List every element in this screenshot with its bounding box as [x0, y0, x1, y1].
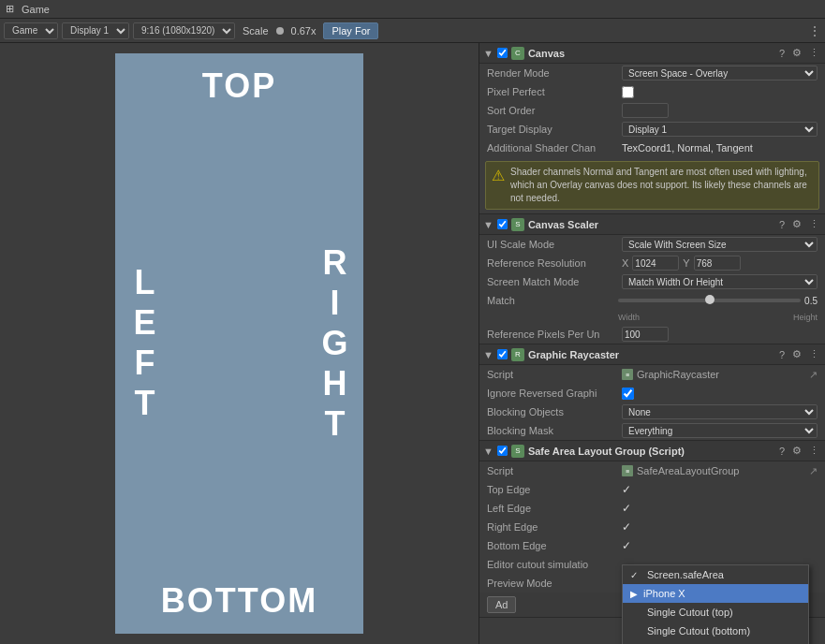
- canvas-scaler-help-button[interactable]: ?: [777, 219, 787, 230]
- canvas-section: ▼ C Canvas ? ⚙ ⋮ Render Mode Screen Spac…: [479, 43, 825, 214]
- dropdown-item-iphone-x[interactable]: ▶ iPhone X: [623, 584, 808, 603]
- display-select[interactable]: Display 1: [62, 22, 129, 39]
- iphone-x-cursor-icon: ▶: [630, 589, 638, 599]
- preview-mode-label: Preview Mode: [487, 578, 618, 589]
- resolution-x-input[interactable]: [632, 256, 679, 271]
- top-edge-check: ✓: [622, 483, 631, 496]
- canvas-more-button[interactable]: ⋮: [807, 47, 821, 59]
- canvas-expand-icon: ▼: [483, 48, 494, 59]
- raycaster-script-icon: ≡: [622, 369, 633, 380]
- canvas-scaler-checkbox[interactable]: [497, 219, 508, 229]
- blocking-mask-select[interactable]: Everything: [622, 423, 818, 438]
- canvas-enable-checkbox[interactable]: [497, 48, 508, 58]
- screen-match-mode-select[interactable]: Match Width Or Height: [622, 274, 818, 289]
- raycaster-script-link-icon[interactable]: ↗: [809, 369, 818, 381]
- screen-safe-area-label: Screen.safeArea: [647, 569, 724, 580]
- game-label-left: LEFT: [125, 263, 164, 424]
- toolbar: Game Display 1 9:16 (1080x1920) Scale 0.…: [0, 19, 825, 43]
- top-edge-row: Top Edge ✓: [479, 480, 825, 499]
- right-edge-row: Right Edge ✓: [479, 518, 825, 536]
- single-cutout-bottom-label: Single Cutout (bottom): [647, 625, 750, 637]
- safe-area-script-link-icon[interactable]: ↗: [809, 465, 818, 477]
- shader-warning-text: Shader channels Normal and Tangent are m…: [510, 166, 813, 205]
- safe-area-settings-button[interactable]: ⚙: [790, 445, 803, 457]
- resolution-select[interactable]: 9:16 (1080x1920): [133, 22, 235, 39]
- game-select[interactable]: Game: [4, 22, 58, 39]
- screen-match-mode-label: Screen Match Mode: [487, 276, 618, 287]
- target-display-row: Target Display Display 1: [479, 120, 825, 139]
- additional-shader-label: Additional Shader Chan: [487, 142, 618, 154]
- render-mode-select[interactable]: Screen Space - Overlay: [622, 66, 818, 80]
- additional-shader-row: Additional Shader Chan TexCoord1, Normal…: [479, 139, 825, 157]
- sort-order-row: Sort Order 0: [479, 101, 825, 120]
- match-slider[interactable]: [618, 299, 801, 302]
- safe-area-section: ▼ S Safe Area Layout Group (Script) ? ⚙ …: [479, 441, 825, 618]
- dropdown-item-single-cutout-top[interactable]: Single Cutout (top): [623, 603, 808, 622]
- canvas-scaler-section: ▼ S Canvas Scaler ? ⚙ ⋮ UI Scale Mode Sc…: [479, 214, 825, 344]
- match-slider-thumb: [705, 295, 715, 304]
- blocking-objects-row: Blocking Objects None: [479, 402, 825, 421]
- raycaster-settings-button[interactable]: ⚙: [790, 348, 803, 360]
- canvas-scaler-icon: S: [511, 218, 524, 231]
- canvas-scaler-settings-button[interactable]: ⚙: [790, 218, 803, 230]
- dropdown-item-screen-safe-area[interactable]: ✓ Screen.safeArea: [623, 565, 808, 584]
- add-button[interactable]: Ad: [487, 596, 516, 613]
- safe-area-more-button[interactable]: ⋮: [807, 445, 821, 457]
- game-label-top: TOP: [202, 66, 276, 106]
- pixel-perfect-checkbox[interactable]: [622, 86, 634, 98]
- ignore-reversed-row: Ignore Reversed Graphi: [479, 384, 825, 402]
- match-slider-area: 0.5: [618, 296, 818, 306]
- toolbar-more-icon[interactable]: ⋮: [808, 23, 821, 38]
- editor-cutout-dropdown-menu[interactable]: ✓ Screen.safeArea ▶ iPhone X Single Cuto…: [622, 564, 809, 644]
- game-label-right: RIGHT: [315, 243, 354, 445]
- render-mode-row: Render Mode Screen Space - Overlay: [479, 64, 825, 82]
- raycaster-title: Graphic Raycaster: [528, 349, 773, 360]
- resolution-x-label: X: [622, 257, 628, 269]
- raycaster-help-button[interactable]: ?: [777, 349, 787, 360]
- render-mode-label: Render Mode: [487, 67, 618, 79]
- graphic-raycaster-header: ▼ R Graphic Raycaster ? ⚙ ⋮: [479, 344, 825, 365]
- safe-area-checkbox[interactable]: [497, 446, 508, 456]
- single-cutout-top-label: Single Cutout (top): [647, 607, 733, 618]
- top-edge-label: Top Edge: [487, 484, 618, 495]
- canvas-icon: C: [511, 47, 524, 60]
- dropdown-item-single-cutout-bottom[interactable]: Single Cutout (bottom): [623, 622, 808, 640]
- safe-area-icon: S: [511, 445, 524, 458]
- reference-resolution-label: Reference Resolution: [487, 257, 618, 269]
- play-for-button[interactable]: Play For: [323, 22, 378, 39]
- match-value: 0.5: [804, 296, 818, 306]
- ignore-reversed-checkbox[interactable]: [622, 388, 634, 400]
- dropdown-item-double-cutout[interactable]: Double Cutout: [623, 640, 808, 644]
- safe-area-title: Safe Area Layout Group (Script): [528, 446, 773, 457]
- top-bar-title: Game: [22, 4, 50, 15]
- additional-shader-value: TexCoord1, Normal, Tangent: [622, 142, 818, 154]
- inspector-panel: ▼ C Canvas ? ⚙ ⋮ Render Mode Screen Spac…: [479, 43, 825, 644]
- target-display-select[interactable]: Display 1: [622, 122, 818, 137]
- ref-pixels-row: Reference Pixels Per Un: [479, 325, 825, 344]
- resolution-y-input[interactable]: [694, 256, 741, 271]
- canvas-scaler-title: Canvas Scaler: [528, 219, 773, 230]
- game-view: TOP BOTTOM LEFT RIGHT: [0, 43, 479, 644]
- safe-area-script-row: Script ≡ SafeAreaLayoutGroup ↗: [479, 461, 825, 480]
- ref-pixels-label: Reference Pixels Per Un: [487, 329, 618, 340]
- canvas-scaler-more-button[interactable]: ⋮: [807, 218, 821, 230]
- left-edge-row: Left Edge ✓: [479, 499, 825, 518]
- ui-scale-mode-select[interactable]: Scale With Screen Size: [622, 237, 818, 252]
- sort-order-input[interactable]: 0: [622, 103, 669, 118]
- canvas-settings-button[interactable]: ⚙: [790, 47, 803, 59]
- blocking-mask-label: Blocking Mask: [487, 425, 618, 436]
- safe-area-help-button[interactable]: ?: [777, 446, 787, 457]
- safe-area-script-value: ≡ SafeAreaLayoutGroup: [622, 465, 739, 476]
- raycaster-icon: R: [511, 348, 524, 361]
- canvas-section-header: ▼ C Canvas ? ⚙ ⋮: [479, 43, 825, 64]
- screen-match-mode-row: Screen Match Mode Match Width Or Height: [479, 272, 825, 291]
- ignore-reversed-label: Ignore Reversed Graphi: [487, 388, 618, 399]
- canvas-help-button[interactable]: ?: [777, 48, 787, 59]
- ref-pixels-input[interactable]: [622, 327, 669, 342]
- raycaster-more-button[interactable]: ⋮: [807, 348, 821, 360]
- blocking-mask-row: Blocking Mask Everything: [479, 421, 825, 440]
- blocking-objects-select[interactable]: None: [622, 404, 818, 419]
- match-labels: Width Height: [479, 310, 825, 325]
- raycaster-script-row: Script ≡ GraphicRaycaster ↗: [479, 365, 825, 384]
- raycaster-checkbox[interactable]: [497, 349, 508, 359]
